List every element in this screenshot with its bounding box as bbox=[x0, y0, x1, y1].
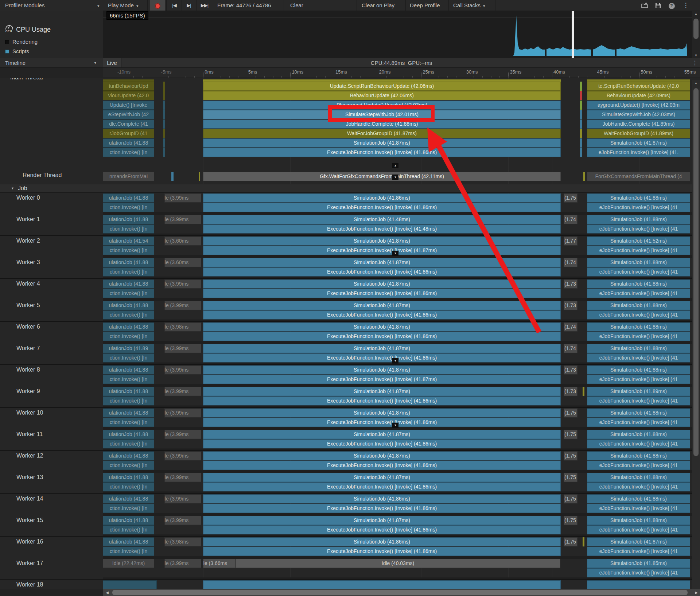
simulationjob-sample[interactable]: SimulationJob (41.87ms) bbox=[203, 473, 561, 482]
simulationjob-sample[interactable]: SimulationJob (41.87ms) bbox=[203, 430, 561, 439]
timeline-canvas[interactable]: Main ThreadRender Thread▼JobtunBehaviour… bbox=[0, 78, 700, 589]
next-frame-sample[interactable]: ForGfxCommandsFromMainThread (4 bbox=[587, 172, 690, 181]
simulationjob-sample[interactable]: SimulationJob (41.87ms) bbox=[203, 279, 561, 289]
next-frame-sample[interactable]: ayground.Update() [Invoke] (42.03m bbox=[587, 101, 690, 110]
previous-frame-sample[interactable]: ulationJob (41.88 bbox=[103, 408, 154, 417]
next-frame-sample[interactable]: SimulateStepWithJob (42.03ms) bbox=[587, 110, 690, 119]
executejobfunction-sample[interactable]: ExecuteJobFunction.Invoke() [Invoke] (41… bbox=[203, 504, 561, 513]
simulationjob-sample[interactable]: SimulationJob (41.86ms) bbox=[203, 537, 561, 546]
simulationjob-sample[interactable]: SimulationJob (41.86ms) bbox=[203, 193, 561, 203]
previous-frame-sample[interactable]: ulationJob (41.88 bbox=[103, 301, 154, 310]
chart-vertical-scrollbar[interactable]: ▲ ▼ bbox=[692, 11, 700, 58]
profiler-modules-caret-icon[interactable]: ▾ bbox=[95, 0, 100, 11]
idle-sample[interactable]: dle (3.99ms bbox=[164, 473, 201, 482]
previous-frame-sample[interactable]: ulationJob (41.88 bbox=[103, 537, 154, 546]
play-mode-dropdown[interactable]: Play Mode▾ bbox=[108, 0, 138, 11]
main-thread-sample[interactable]: WaitForJobGroupID (41.87ms) bbox=[203, 129, 561, 138]
simulationjob-sample[interactable]: SimulationJob (41.87ms) bbox=[203, 236, 561, 246]
previous-frame-sample[interactable]: ulationJob (41.54 bbox=[103, 236, 154, 246]
previous-frame-sample[interactable]: ulationJob (41.88 bbox=[103, 258, 154, 267]
clear-button[interactable]: Clear bbox=[290, 0, 303, 11]
previous-frame-sample[interactable]: ction.Invoke() [In bbox=[103, 461, 154, 470]
render-thread-sample[interactable]: Gfx.WaitForGfxCommandsFromMainThread (42… bbox=[203, 172, 561, 181]
simulationjob-sample[interactable]: SimulationJob (41.87ms) bbox=[203, 408, 561, 417]
executejobfunction-sample[interactable]: ExecuteJobFunction.Invoke() [Invoke] (41… bbox=[203, 482, 561, 491]
save-profile-button[interactable] bbox=[653, 0, 664, 11]
sample-fragment[interactable]: (1.73 bbox=[564, 279, 578, 289]
simulationjob-sample[interactable]: SimulationJob (41.86ms) bbox=[203, 494, 561, 503]
executejobfunction-sample[interactable]: ExecuteJobFunction.Invoke() [Invoke] (41… bbox=[203, 310, 561, 319]
next-frame-sample[interactable]: SimulationJob (41.87ms) bbox=[587, 537, 690, 546]
simulationjob-sample[interactable]: SimulationJob (41.87ms) bbox=[203, 301, 561, 310]
next-frame-sample[interactable]: eJobFunction.Invoke() [Invoke] (41 bbox=[587, 547, 690, 556]
next-frame-sample[interactable]: eJobFunction.Invoke() [Invoke] (41 bbox=[587, 310, 690, 319]
next-frame-sample[interactable]: SimulationJob (41.88ms) bbox=[587, 258, 690, 267]
next-frame-sample[interactable]: eJobFunction.Invoke() [Invoke] (41 bbox=[587, 439, 690, 448]
next-frame-sample[interactable]: te.ScriptRunBehaviourUpdate (42.0 bbox=[587, 82, 690, 91]
next-frame-sample[interactable]: eJobFunction.Invoke() [Invoke] (41 bbox=[587, 267, 690, 277]
idle-sample[interactable]: dle (3.99ms bbox=[164, 301, 201, 310]
sample-fragment[interactable]: (1.77 bbox=[564, 236, 578, 246]
scroll-up-icon[interactable]: ▲ bbox=[692, 81, 700, 85]
next-frame-sample[interactable]: eJobFunction.Invoke() [Invoke] (41 bbox=[587, 504, 690, 513]
next-frame-sample[interactable]: SimulationJob (41.88ms) bbox=[587, 301, 690, 310]
current-frame-indicator[interactable] bbox=[572, 11, 574, 58]
simulationjob-sample[interactable]: SimulationJob (41.87ms) bbox=[203, 516, 561, 525]
next-frame-sample[interactable]: eJobFunction.Invoke() [Invoke] (41 bbox=[587, 396, 690, 405]
executejobfunction-sample[interactable]: ExecuteJobFunction.Invoke() [Invoke] (41… bbox=[203, 418, 561, 427]
executejobfunction-sample[interactable]: ExecuteJobFunction.Invoke() [Invoke] (41… bbox=[203, 332, 561, 341]
sample-fragment[interactable]: (1.74 bbox=[564, 344, 578, 353]
executejobfunction-sample[interactable]: ExecuteJobFunction.Invoke() [Invoke] (41… bbox=[203, 439, 561, 448]
previous-frame-sample[interactable]: dle.Complete (41 bbox=[103, 119, 154, 129]
idle-sample[interactable]: dle (3.60ms bbox=[164, 258, 201, 267]
sample-fragment[interactable]: (1.74 bbox=[564, 258, 578, 267]
main-thread-sample[interactable]: ExecuteJobFunction.Invoke() [Invoke] (41… bbox=[203, 148, 561, 157]
simulationjob-sample[interactable]: SimulationJob (41.87ms) bbox=[203, 258, 561, 267]
next-frame-sample[interactable]: SimulationJob (41.88ms) bbox=[587, 344, 690, 353]
context-menu-button[interactable]: ⋮ bbox=[680, 0, 691, 11]
next-frame-sample[interactable]: SimulationJob (41.88ms) bbox=[587, 494, 690, 503]
next-frame-sample[interactable]: SimulationJob (41.88ms) bbox=[587, 408, 690, 417]
idle-sample[interactable]: Idle (40.03ms) bbox=[236, 559, 560, 568]
load-profile-button[interactable] bbox=[639, 0, 650, 11]
executejobfunction-sample[interactable]: ExecuteJobFunction.Invoke() [Invoke] (41… bbox=[203, 224, 561, 234]
next-frame-sample[interactable]: SimulationJob (41.88ms) bbox=[587, 473, 690, 482]
sample-fragment[interactable]: (1.75 bbox=[564, 193, 578, 203]
record-button[interactable] bbox=[150, 0, 165, 11]
executejobfunction-sample[interactable]: ExecuteJobFunction.Invoke() [Invoke] (41… bbox=[203, 353, 561, 362]
chart-scrollbar-thumb[interactable] bbox=[693, 19, 699, 39]
deep-profile-button[interactable]: Deep Profile bbox=[410, 0, 440, 11]
legend-item-rendering[interactable]: Rendering bbox=[5, 39, 38, 45]
next-frame-sample[interactable]: eJobFunction.Invoke() [Invoke] (41. bbox=[587, 148, 690, 157]
next-frame-sample[interactable]: SimulationJob (41.89ms) bbox=[587, 387, 690, 396]
previous-frame-sample[interactable]: ction.Invoke() [In bbox=[103, 375, 154, 384]
executejobfunction-sample[interactable]: ExecuteJobFunction.Invoke() [Invoke] (41… bbox=[203, 461, 561, 470]
last-frame-button[interactable]: ▶▶| bbox=[198, 0, 211, 11]
next-frame-sample[interactable]: eJobFunction.Invoke() [Invoke] (41 bbox=[587, 568, 690, 577]
idle-sample[interactable]: dle (3.99ms bbox=[164, 451, 201, 460]
scroll-down-icon[interactable]: ▼ bbox=[692, 54, 700, 57]
idle-sample[interactable]: dle (3.60ms bbox=[164, 236, 201, 246]
previous-frame-sample[interactable]: ction.Invoke() [In bbox=[103, 148, 154, 157]
next-frame-sample[interactable] bbox=[587, 580, 690, 589]
previous-frame-sample[interactable]: ulationJob (41.88 bbox=[103, 279, 154, 289]
sample-fragment[interactable]: (1.75 bbox=[564, 537, 578, 546]
previous-frame-sample[interactable]: rJobGroupID (41 bbox=[103, 129, 154, 138]
previous-frame-sample[interactable]: ulationJob (41.88 bbox=[103, 430, 154, 439]
next-frame-sample[interactable]: SimulationJob (41.88ms) bbox=[587, 516, 690, 525]
next-frame-sample[interactable]: SimulationJob (41.88ms) bbox=[587, 430, 690, 439]
next-frame-sample[interactable]: SimulationJob (41.88ms) bbox=[587, 279, 690, 289]
idle-sample[interactable]: dle (3.99ms bbox=[164, 430, 201, 439]
previous-frame-button[interactable]: |◀ bbox=[169, 0, 179, 11]
previous-frame-sample[interactable]: ction.Invoke() [In bbox=[103, 203, 154, 212]
idle-sample[interactable]: dle (3.99ms bbox=[164, 516, 201, 525]
idle-sample[interactable]: dle (3.99ms bbox=[164, 215, 201, 224]
previous-frame-sample[interactable] bbox=[103, 580, 157, 589]
next-frame-sample[interactable]: JobHandle.Complete (41.89ms) bbox=[587, 119, 690, 129]
previous-frame-sample[interactable]: nmandsFromMai bbox=[103, 172, 154, 181]
help-button[interactable]: ? bbox=[666, 0, 677, 11]
previous-frame-sample[interactable]: ulationJob (41.88 bbox=[103, 494, 154, 503]
next-frame-sample[interactable]: eJobFunction.Invoke() [Invoke] (41 bbox=[587, 525, 690, 534]
previous-frame-sample[interactable]: ulationJob (41.88 bbox=[103, 473, 154, 482]
previous-frame-sample[interactable]: ction.Invoke() [In bbox=[103, 246, 154, 255]
